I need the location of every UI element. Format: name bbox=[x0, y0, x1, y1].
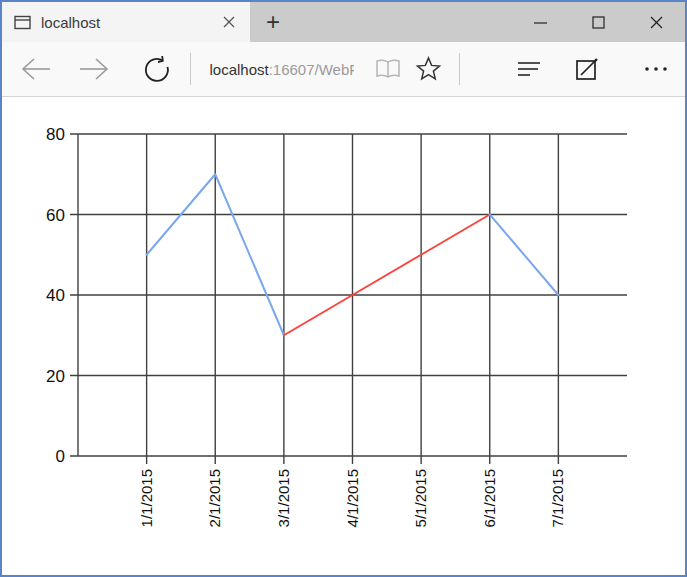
new-tab-button[interactable]: + bbox=[250, 2, 296, 42]
toolbar-separator bbox=[190, 53, 191, 85]
svg-text:60: 60 bbox=[46, 206, 65, 225]
forward-arrow-icon bbox=[77, 56, 111, 82]
refresh-icon bbox=[143, 55, 171, 83]
more-actions-button[interactable] bbox=[633, 47, 679, 91]
refresh-button[interactable] bbox=[134, 47, 180, 91]
favorites-button[interactable] bbox=[408, 47, 449, 91]
svg-text:2/1/2015: 2/1/2015 bbox=[206, 469, 223, 527]
svg-text:20: 20 bbox=[46, 367, 65, 386]
title-bar: localhost + bbox=[2, 2, 685, 42]
maximize-icon bbox=[592, 16, 605, 29]
tab-close-icon[interactable] bbox=[214, 7, 244, 37]
reading-view-book-icon bbox=[374, 57, 402, 81]
reading-view-button[interactable] bbox=[368, 47, 409, 91]
star-icon bbox=[415, 56, 442, 82]
url-path: :16607/WebF bbox=[269, 61, 354, 78]
hub-lines-icon bbox=[516, 59, 542, 79]
svg-text:80: 80 bbox=[46, 125, 65, 144]
minimize-icon bbox=[534, 16, 547, 29]
back-button[interactable] bbox=[6, 47, 66, 91]
page-favicon-icon bbox=[14, 15, 31, 30]
hub-button[interactable] bbox=[506, 47, 552, 91]
svg-text:0: 0 bbox=[56, 447, 65, 466]
svg-text:4/1/2015: 4/1/2015 bbox=[344, 469, 361, 527]
tab-localhost[interactable]: localhost bbox=[2, 2, 250, 42]
back-arrow-icon bbox=[19, 56, 53, 82]
address-bar[interactable]: localhost:16607/WebF bbox=[209, 61, 353, 78]
svg-text:5/1/2015: 5/1/2015 bbox=[412, 469, 429, 527]
svg-text:1/1/2015: 1/1/2015 bbox=[138, 469, 155, 527]
close-button[interactable] bbox=[627, 2, 685, 42]
tab-title: localhost bbox=[41, 14, 214, 31]
toolbar: localhost:16607/WebF bbox=[2, 42, 685, 97]
ellipsis-icon bbox=[642, 65, 670, 73]
close-icon bbox=[650, 16, 663, 29]
web-note-button[interactable] bbox=[564, 47, 610, 91]
forward-button[interactable] bbox=[66, 47, 122, 91]
svg-text:6/1/2015: 6/1/2015 bbox=[481, 469, 498, 527]
svg-text:3/1/2015: 3/1/2015 bbox=[275, 469, 292, 527]
browser-window: localhost + bbox=[0, 0, 687, 577]
minimize-button[interactable] bbox=[511, 2, 569, 42]
toolbar-separator bbox=[459, 53, 460, 85]
line-chart: 0204060801/1/20152/1/20153/1/20154/1/201… bbox=[2, 97, 685, 573]
web-note-pen-icon bbox=[574, 56, 600, 82]
maximize-button[interactable] bbox=[569, 2, 627, 42]
page-content: 0204060801/1/20152/1/20153/1/20154/1/201… bbox=[2, 97, 685, 575]
url-host: localhost bbox=[209, 61, 268, 78]
titlebar-drag-area bbox=[296, 2, 511, 42]
svg-text:7/1/2015: 7/1/2015 bbox=[549, 469, 566, 527]
svg-text:40: 40 bbox=[46, 286, 65, 305]
